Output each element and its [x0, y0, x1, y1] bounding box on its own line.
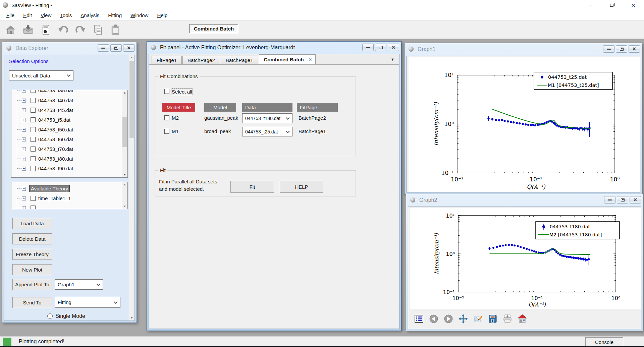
expander-icon[interactable]	[22, 128, 26, 132]
tree-item-044753_t5.dat[interactable]: 044753_t5.dat	[11, 115, 121, 125]
checkbox[interactable]	[31, 166, 36, 171]
main-close-button[interactable]	[623, 0, 644, 10]
plot-options-icon[interactable]	[412, 312, 426, 326]
tab-batchpage2[interactable]: BatchPage2	[182, 56, 220, 64]
tree-item-044753_t50.dat[interactable]: 044753_t50.dat	[11, 125, 121, 134]
scroll-down-icon[interactable]	[122, 172, 127, 177]
scroll-down-icon[interactable]	[122, 204, 127, 209]
home-icon[interactable]	[515, 312, 530, 326]
maximize-button[interactable]	[617, 196, 628, 204]
expander-icon[interactable]	[22, 108, 26, 112]
tree-item-044753_t80.dat[interactable]: 044753_t80.dat	[11, 154, 121, 164]
new-plot-button[interactable]: New Plot	[12, 264, 52, 275]
fit-panel-titlebar[interactable]: Fit panel - Active Fitting Optimizer: Le…	[147, 42, 401, 53]
back-icon[interactable]	[426, 312, 441, 326]
tree-item-044753_t90.dat[interactable]: 044753_t90.dat	[11, 164, 121, 173]
expander-icon[interactable]	[22, 90, 26, 93]
load-data-button[interactable]: Load Data	[12, 218, 52, 229]
graph2-titlebar[interactable]: Graph2	[406, 194, 643, 206]
theory-tree-scrollbar[interactable]	[122, 182, 127, 209]
help-button[interactable]: HELP	[280, 181, 323, 193]
fit-button[interactable]: Fit	[230, 181, 274, 193]
file-tree-scrollbar[interactable]	[122, 90, 127, 177]
append-plot-to-button[interactable]: Append Plot To	[12, 279, 52, 290]
tree-item-partial[interactable]	[11, 203, 121, 209]
paste-icon[interactable]	[108, 22, 123, 37]
copy-icon[interactable]	[91, 22, 105, 37]
selection-options-link[interactable]: Selection Options	[9, 58, 49, 64]
minimize-button[interactable]	[98, 44, 109, 52]
scroll-up-icon[interactable]	[129, 55, 135, 60]
data-file-combobox-M2[interactable]: 044753_t180.dat	[242, 113, 292, 123]
tree-item-044753_t40.dat[interactable]: 044753_t40.dat	[11, 96, 121, 105]
minimize-button[interactable]	[603, 45, 614, 53]
expander-icon[interactable]	[22, 167, 26, 171]
checkbox[interactable]	[31, 117, 36, 122]
freeze-theory-button[interactable]: Freeze Theory	[12, 249, 52, 260]
single-mode-radio[interactable]: Single Mode	[47, 313, 85, 319]
select-all-label[interactable]: Select all	[172, 89, 192, 95]
tab-batchpage1[interactable]: BatchPage1	[221, 56, 258, 64]
expander-icon[interactable]	[22, 206, 26, 210]
data-explorer-titlebar[interactable]: Data Explorer	[2, 42, 137, 54]
menu-view[interactable]: View	[36, 11, 56, 20]
maximize-button[interactable]	[616, 45, 627, 53]
delete-data-button[interactable]: Delete Data	[12, 233, 52, 244]
expander-icon[interactable]	[22, 99, 26, 103]
checkbox[interactable]	[31, 196, 36, 201]
checkbox[interactable]	[31, 127, 36, 132]
menu-analysis[interactable]: Analysis	[76, 11, 104, 20]
undo-icon[interactable]	[56, 22, 70, 37]
checkbox[interactable]	[31, 206, 36, 209]
graph1-titlebar[interactable]: Graph1	[405, 43, 642, 55]
tab-close-icon[interactable]	[309, 56, 312, 63]
tab-list-dropdown-icon[interactable]	[391, 57, 394, 61]
panel-scrollbar[interactable]	[129, 55, 135, 321]
menu-help[interactable]: Help	[153, 11, 172, 20]
theory-tree[interactable]: Available Theorytime_Table1_1	[11, 182, 128, 209]
selection-mode-combobox[interactable]: Unselect all Data	[9, 70, 73, 80]
tree-item-044753_t60.dat[interactable]: 044753_t60.dat	[11, 134, 121, 144]
checkbox[interactable]	[31, 147, 36, 152]
checkbox[interactable]	[31, 156, 36, 161]
row-checkbox-M1[interactable]	[164, 129, 169, 134]
maximize-button[interactable]	[110, 44, 122, 52]
maximize-button[interactable]	[375, 44, 386, 51]
close-button[interactable]	[629, 45, 640, 53]
redo-icon[interactable]	[73, 22, 88, 37]
graph1-figure[interactable]: 10⁻²10⁻¹10⁰10¹10⁰10⁻¹044753_t25.datM1 [0…	[409, 57, 640, 192]
annotate-icon[interactable]	[471, 312, 485, 326]
checkbox[interactable]	[31, 90, 36, 93]
expander-icon[interactable]	[22, 147, 26, 151]
tab-combined-batch[interactable]: Combined Batch	[259, 54, 316, 64]
scrollbar-thumb[interactable]	[129, 61, 134, 138]
graph2-figure[interactable]: 10⁻²10⁻¹10⁰10¹10⁰10⁻¹044753_t180.datM2 […	[410, 208, 641, 309]
minimize-button[interactable]	[362, 44, 374, 51]
tree-item-044753_t45.dat[interactable]: 044753_t45.dat	[11, 105, 121, 115]
menu-window[interactable]: Window	[126, 11, 153, 20]
minimize-button[interactable]	[604, 196, 615, 204]
home-icon[interactable]	[3, 22, 18, 37]
load-data-icon[interactable]	[21, 22, 36, 37]
close-button[interactable]	[388, 44, 399, 51]
data-file-combobox-M1[interactable]: 044753_t25.dat	[242, 127, 292, 136]
checkbox[interactable]	[31, 108, 36, 113]
send-to-target-combobox[interactable]: Fitting	[55, 297, 120, 308]
checkbox[interactable]	[31, 98, 36, 103]
select-all-checkbox[interactable]	[164, 89, 169, 94]
checkbox[interactable]	[31, 137, 36, 142]
row-checkbox-M2[interactable]	[164, 115, 169, 120]
save-icon[interactable]	[485, 312, 500, 326]
data-file-tree[interactable]: 044753_t35.dat044753_t40.dat044753_t45.d…	[11, 90, 128, 178]
tree-item-available-theory[interactable]: Available Theory	[11, 184, 121, 193]
menu-file[interactable]: File	[2, 11, 19, 20]
close-button[interactable]	[123, 44, 135, 52]
expander-icon[interactable]	[22, 137, 26, 141]
send-to-button[interactable]: Send To	[12, 297, 52, 308]
menu-tools[interactable]: Tools	[56, 11, 76, 20]
scroll-down-icon[interactable]	[129, 315, 135, 321]
main-restore-button[interactable]	[601, 0, 623, 10]
scrollbar-thumb[interactable]	[122, 117, 127, 147]
append-plot-target-combobox[interactable]: Graph1	[55, 279, 103, 290]
menu-fitting[interactable]: Fitting	[104, 11, 126, 20]
